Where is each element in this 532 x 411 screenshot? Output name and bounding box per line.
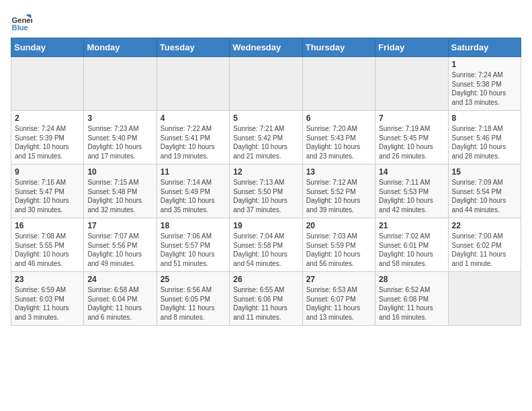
logo-icon: General Blue [11, 11, 32, 32]
day-number: 1 [452, 60, 517, 69]
calendar-cell [375, 57, 448, 111]
day-info: Sunrise: 7:24 AM Sunset: 5:38 PM Dayligh… [452, 71, 517, 107]
logo: General Blue [11, 11, 35, 32]
calendar-cell: 10Sunrise: 7:15 AM Sunset: 5:48 PM Dayli… [84, 165, 157, 218]
calendar-cell: 23Sunrise: 6:59 AM Sunset: 6:03 PM Dayli… [11, 272, 84, 326]
day-info: Sunrise: 7:12 AM Sunset: 5:52 PM Dayligh… [306, 178, 371, 214]
day-number: 13 [306, 167, 371, 177]
day-info: Sunrise: 7:02 AM Sunset: 6:01 PM Dayligh… [379, 232, 444, 268]
day-info: Sunrise: 7:00 AM Sunset: 6:02 PM Dayligh… [452, 232, 517, 268]
day-number: 11 [161, 167, 226, 177]
calendar-cell: 7Sunrise: 7:19 AM Sunset: 5:45 PM Daylig… [375, 111, 448, 165]
calendar-cell: 27Sunrise: 6:53 AM Sunset: 6:07 PM Dayli… [302, 272, 375, 326]
calendar-cell [11, 57, 84, 111]
day-number: 8 [452, 113, 517, 123]
day-number: 15 [452, 167, 517, 177]
calendar-cell: 2Sunrise: 7:24 AM Sunset: 5:39 PM Daylig… [11, 111, 84, 165]
day-info: Sunrise: 6:55 AM Sunset: 6:06 PM Dayligh… [233, 285, 298, 322]
calendar-cell: 17Sunrise: 7:07 AM Sunset: 5:56 PM Dayli… [84, 218, 157, 272]
day-number: 2 [15, 113, 80, 123]
day-number: 20 [306, 221, 371, 230]
weekday-header-monday: Monday [84, 38, 157, 57]
day-number: 18 [161, 221, 226, 230]
calendar-cell: 11Sunrise: 7:14 AM Sunset: 5:49 PM Dayli… [157, 165, 229, 218]
day-info: Sunrise: 7:21 AM Sunset: 5:42 PM Dayligh… [233, 124, 298, 161]
week-row-5: 23Sunrise: 6:59 AM Sunset: 6:03 PM Dayli… [11, 272, 521, 326]
day-info: Sunrise: 7:11 AM Sunset: 5:53 PM Dayligh… [379, 178, 444, 214]
calendar-cell: 28Sunrise: 6:52 AM Sunset: 6:08 PM Dayli… [375, 272, 448, 326]
calendar-cell [230, 57, 302, 111]
calendar-cell: 22Sunrise: 7:00 AM Sunset: 6:02 PM Dayli… [448, 218, 521, 272]
calendar-cell: 8Sunrise: 7:18 AM Sunset: 5:46 PM Daylig… [448, 111, 521, 165]
calendar-cell: 3Sunrise: 7:23 AM Sunset: 5:40 PM Daylig… [84, 111, 157, 165]
calendar-cell: 14Sunrise: 7:11 AM Sunset: 5:53 PM Dayli… [375, 165, 448, 218]
weekday-header-thursday: Thursday [302, 38, 375, 57]
calendar-cell: 5Sunrise: 7:21 AM Sunset: 5:42 PM Daylig… [230, 111, 302, 165]
calendar-cell: 20Sunrise: 7:03 AM Sunset: 5:59 PM Dayli… [302, 218, 375, 272]
day-number: 4 [161, 113, 226, 123]
calendar-cell [157, 57, 229, 111]
day-number: 3 [87, 113, 152, 123]
day-info: Sunrise: 7:07 AM Sunset: 5:56 PM Dayligh… [87, 232, 152, 268]
day-number: 5 [233, 113, 298, 123]
day-number: 28 [379, 275, 444, 284]
weekday-header-row: SundayMondayTuesdayWednesdayThursdayFrid… [11, 38, 521, 57]
day-number: 12 [233, 167, 298, 177]
calendar-cell: 12Sunrise: 7:13 AM Sunset: 5:50 PM Dayli… [230, 165, 302, 218]
day-info: Sunrise: 7:13 AM Sunset: 5:50 PM Dayligh… [233, 178, 298, 214]
calendar-cell: 6Sunrise: 7:20 AM Sunset: 5:43 PM Daylig… [302, 111, 375, 165]
calendar-cell [84, 57, 157, 111]
day-info: Sunrise: 7:19 AM Sunset: 5:45 PM Dayligh… [379, 124, 444, 161]
weekday-header-wednesday: Wednesday [230, 38, 302, 57]
day-info: Sunrise: 7:23 AM Sunset: 5:40 PM Dayligh… [87, 124, 152, 161]
calendar-table: SundayMondayTuesdayWednesdayThursdayFrid… [11, 38, 521, 326]
day-number: 25 [161, 275, 226, 284]
week-row-3: 9Sunrise: 7:16 AM Sunset: 5:47 PM Daylig… [11, 165, 521, 218]
day-number: 21 [379, 221, 444, 230]
calendar-cell: 24Sunrise: 6:58 AM Sunset: 6:04 PM Dayli… [84, 272, 157, 326]
day-info: Sunrise: 7:16 AM Sunset: 5:47 PM Dayligh… [15, 178, 80, 214]
calendar-cell: 15Sunrise: 7:09 AM Sunset: 5:54 PM Dayli… [448, 165, 521, 218]
day-info: Sunrise: 7:18 AM Sunset: 5:46 PM Dayligh… [452, 124, 517, 161]
day-info: Sunrise: 7:03 AM Sunset: 5:59 PM Dayligh… [306, 232, 371, 268]
calendar-cell [448, 272, 521, 326]
day-info: Sunrise: 7:08 AM Sunset: 5:55 PM Dayligh… [15, 232, 80, 268]
weekday-header-tuesday: Tuesday [157, 38, 229, 57]
day-number: 23 [15, 275, 80, 284]
day-info: Sunrise: 7:04 AM Sunset: 5:58 PM Dayligh… [233, 232, 298, 268]
calendar-cell: 1Sunrise: 7:24 AM Sunset: 5:38 PM Daylig… [448, 57, 521, 111]
calendar-cell [302, 57, 375, 111]
day-number: 26 [233, 275, 298, 284]
day-number: 16 [15, 221, 80, 230]
day-number: 14 [379, 167, 444, 177]
weekday-header-saturday: Saturday [448, 38, 521, 57]
day-number: 9 [15, 167, 80, 177]
week-row-1: 1Sunrise: 7:24 AM Sunset: 5:38 PM Daylig… [11, 57, 521, 111]
calendar-cell: 16Sunrise: 7:08 AM Sunset: 5:55 PM Dayli… [11, 218, 84, 272]
day-info: Sunrise: 6:59 AM Sunset: 6:03 PM Dayligh… [15, 285, 80, 322]
day-info: Sunrise: 6:52 AM Sunset: 6:08 PM Dayligh… [379, 285, 444, 322]
calendar-cell: 9Sunrise: 7:16 AM Sunset: 5:47 PM Daylig… [11, 165, 84, 218]
calendar-cell: 21Sunrise: 7:02 AM Sunset: 6:01 PM Dayli… [375, 218, 448, 272]
day-number: 27 [306, 275, 371, 284]
week-row-2: 2Sunrise: 7:24 AM Sunset: 5:39 PM Daylig… [11, 111, 521, 165]
day-info: Sunrise: 7:06 AM Sunset: 5:57 PM Dayligh… [161, 232, 226, 268]
day-number: 17 [87, 221, 152, 230]
weekday-header-friday: Friday [375, 38, 448, 57]
calendar-cell: 19Sunrise: 7:04 AM Sunset: 5:58 PM Dayli… [230, 218, 302, 272]
weekday-header-sunday: Sunday [11, 38, 84, 57]
calendar-cell: 26Sunrise: 6:55 AM Sunset: 6:06 PM Dayli… [230, 272, 302, 326]
day-info: Sunrise: 7:24 AM Sunset: 5:39 PM Dayligh… [15, 124, 80, 161]
day-number: 22 [452, 221, 517, 230]
calendar-cell: 4Sunrise: 7:22 AM Sunset: 5:41 PM Daylig… [157, 111, 229, 165]
day-info: Sunrise: 6:56 AM Sunset: 6:05 PM Dayligh… [161, 285, 226, 322]
day-info: Sunrise: 6:58 AM Sunset: 6:04 PM Dayligh… [87, 285, 152, 322]
day-number: 10 [87, 167, 152, 177]
day-info: Sunrise: 7:15 AM Sunset: 5:48 PM Dayligh… [87, 178, 152, 214]
calendar-cell: 25Sunrise: 6:56 AM Sunset: 6:05 PM Dayli… [157, 272, 229, 326]
day-info: Sunrise: 7:14 AM Sunset: 5:49 PM Dayligh… [161, 178, 226, 214]
calendar-cell: 13Sunrise: 7:12 AM Sunset: 5:52 PM Dayli… [302, 165, 375, 218]
day-info: Sunrise: 7:20 AM Sunset: 5:43 PM Dayligh… [306, 124, 371, 161]
calendar-cell: 18Sunrise: 7:06 AM Sunset: 5:57 PM Dayli… [157, 218, 229, 272]
day-number: 7 [379, 113, 444, 123]
